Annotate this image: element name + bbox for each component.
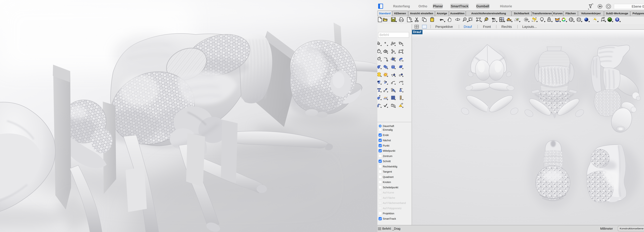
svg-text:?: ? [616,18,618,22]
